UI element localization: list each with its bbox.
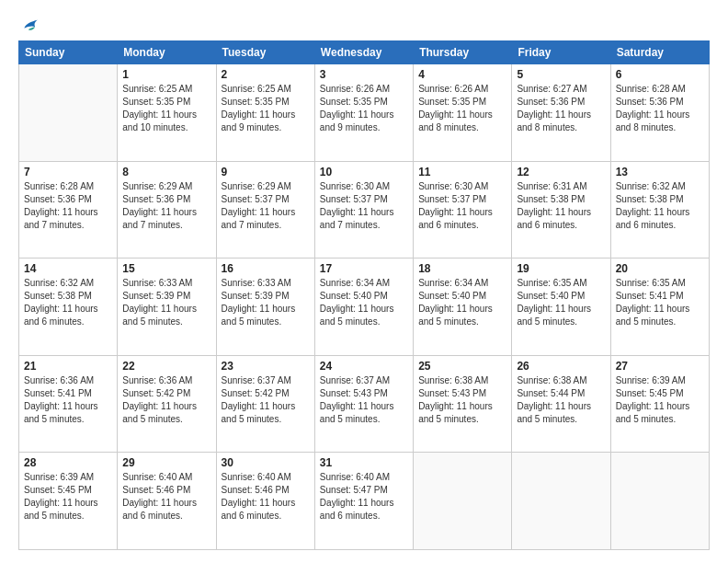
day-number: 28 xyxy=(24,456,112,469)
calendar-cell: 31Sunrise: 6:40 AM Sunset: 5:47 PM Dayli… xyxy=(314,453,413,550)
day-number: 21 xyxy=(24,360,112,373)
calendar-cell: 12Sunrise: 6:31 AM Sunset: 5:38 PM Dayli… xyxy=(512,161,610,259)
weekday-header-wednesday: Wednesday xyxy=(314,41,413,64)
day-number: 15 xyxy=(122,262,210,275)
calendar-cell: 26Sunrise: 6:38 AM Sunset: 5:44 PM Dayli… xyxy=(512,355,610,453)
day-info: Sunrise: 6:28 AM Sunset: 5:36 PM Dayligh… xyxy=(616,83,704,134)
calendar-cell: 3Sunrise: 6:26 AM Sunset: 5:35 PM Daylig… xyxy=(314,64,413,162)
calendar-cell xyxy=(19,64,118,162)
day-info: Sunrise: 6:40 AM Sunset: 5:46 PM Dayligh… xyxy=(122,471,210,523)
calendar-cell: 8Sunrise: 6:29 AM Sunset: 5:36 PM Daylig… xyxy=(118,161,216,259)
calendar-cell: 28Sunrise: 6:39 AM Sunset: 5:45 PM Dayli… xyxy=(19,453,118,550)
calendar-cell: 16Sunrise: 6:33 AM Sunset: 5:39 PM Dayli… xyxy=(216,259,314,356)
day-info: Sunrise: 6:32 AM Sunset: 5:38 PM Dayligh… xyxy=(24,277,112,328)
weekday-header-monday: Monday xyxy=(118,41,216,64)
day-info: Sunrise: 6:38 AM Sunset: 5:44 PM Dayligh… xyxy=(517,374,605,426)
day-info: Sunrise: 6:31 AM Sunset: 5:38 PM Dayligh… xyxy=(517,180,605,232)
day-number: 22 xyxy=(122,360,210,373)
day-number: 6 xyxy=(616,68,704,81)
day-info: Sunrise: 6:29 AM Sunset: 5:37 PM Dayligh… xyxy=(222,180,310,232)
day-number: 2 xyxy=(222,68,310,81)
day-info: Sunrise: 6:28 AM Sunset: 5:36 PM Dayligh… xyxy=(24,180,112,232)
day-number: 3 xyxy=(320,68,408,81)
day-number: 17 xyxy=(320,262,408,275)
calendar-cell: 6Sunrise: 6:28 AM Sunset: 5:36 PM Daylig… xyxy=(610,64,709,162)
day-info: Sunrise: 6:32 AM Sunset: 5:38 PM Dayligh… xyxy=(616,180,704,232)
calendar-cell: 18Sunrise: 6:34 AM Sunset: 5:40 PM Dayli… xyxy=(414,259,512,356)
logo xyxy=(18,18,40,35)
day-number: 7 xyxy=(24,166,112,178)
calendar-cell: 22Sunrise: 6:36 AM Sunset: 5:42 PM Dayli… xyxy=(118,355,216,453)
calendar-cell: 14Sunrise: 6:32 AM Sunset: 5:38 PM Dayli… xyxy=(19,259,118,356)
calendar-cell: 10Sunrise: 6:30 AM Sunset: 5:37 PM Dayli… xyxy=(314,161,413,259)
calendar-cell: 19Sunrise: 6:35 AM Sunset: 5:40 PM Dayli… xyxy=(512,259,610,356)
calendar-cell: 24Sunrise: 6:37 AM Sunset: 5:43 PM Dayli… xyxy=(314,355,413,453)
calendar-week-1: 7Sunrise: 6:28 AM Sunset: 5:36 PM Daylig… xyxy=(19,161,710,259)
day-number: 13 xyxy=(616,166,704,178)
day-number: 29 xyxy=(122,456,210,469)
day-number: 23 xyxy=(222,360,310,373)
day-info: Sunrise: 6:30 AM Sunset: 5:37 PM Dayligh… xyxy=(320,180,408,232)
calendar-cell: 20Sunrise: 6:35 AM Sunset: 5:41 PM Dayli… xyxy=(610,259,709,356)
day-info: Sunrise: 6:35 AM Sunset: 5:40 PM Dayligh… xyxy=(517,277,605,328)
calendar-week-3: 21Sunrise: 6:36 AM Sunset: 5:41 PM Dayli… xyxy=(19,355,710,453)
day-info: Sunrise: 6:33 AM Sunset: 5:39 PM Dayligh… xyxy=(222,277,310,328)
day-number: 16 xyxy=(222,262,310,275)
calendar-week-2: 14Sunrise: 6:32 AM Sunset: 5:38 PM Dayli… xyxy=(19,259,710,356)
day-number: 14 xyxy=(24,262,112,275)
day-info: Sunrise: 6:35 AM Sunset: 5:41 PM Dayligh… xyxy=(616,277,704,328)
day-number: 10 xyxy=(320,166,408,178)
day-info: Sunrise: 6:25 AM Sunset: 5:35 PM Dayligh… xyxy=(122,83,210,134)
day-number: 25 xyxy=(418,360,506,373)
page: SundayMondayTuesdayWednesdayThursdayFrid… xyxy=(0,0,728,563)
day-number: 27 xyxy=(616,360,704,373)
day-info: Sunrise: 6:34 AM Sunset: 5:40 PM Dayligh… xyxy=(418,277,506,328)
weekday-header-thursday: Thursday xyxy=(414,41,512,64)
calendar-cell: 23Sunrise: 6:37 AM Sunset: 5:42 PM Dayli… xyxy=(216,355,314,453)
day-info: Sunrise: 6:34 AM Sunset: 5:40 PM Dayligh… xyxy=(320,277,408,328)
day-info: Sunrise: 6:30 AM Sunset: 5:37 PM Dayligh… xyxy=(418,180,506,232)
weekday-header-row: SundayMondayTuesdayWednesdayThursdayFrid… xyxy=(19,41,710,64)
calendar-cell: 11Sunrise: 6:30 AM Sunset: 5:37 PM Dayli… xyxy=(414,161,512,259)
calendar-cell: 1Sunrise: 6:25 AM Sunset: 5:35 PM Daylig… xyxy=(118,64,216,162)
day-number: 24 xyxy=(320,360,408,373)
calendar-cell: 25Sunrise: 6:38 AM Sunset: 5:43 PM Dayli… xyxy=(414,355,512,453)
calendar-cell xyxy=(414,453,512,550)
calendar-cell xyxy=(512,453,610,550)
day-number: 12 xyxy=(517,166,605,178)
calendar-cell: 30Sunrise: 6:40 AM Sunset: 5:46 PM Dayli… xyxy=(216,453,314,550)
logo-bird-icon xyxy=(20,15,40,35)
day-info: Sunrise: 6:39 AM Sunset: 5:45 PM Dayligh… xyxy=(24,471,112,523)
calendar-week-4: 28Sunrise: 6:39 AM Sunset: 5:45 PM Dayli… xyxy=(19,453,710,550)
day-number: 4 xyxy=(418,68,506,81)
calendar-cell: 7Sunrise: 6:28 AM Sunset: 5:36 PM Daylig… xyxy=(19,161,118,259)
day-number: 8 xyxy=(122,166,210,178)
day-number: 20 xyxy=(616,262,704,275)
day-info: Sunrise: 6:36 AM Sunset: 5:42 PM Dayligh… xyxy=(122,374,210,426)
calendar-cell xyxy=(610,453,709,550)
calendar-cell: 13Sunrise: 6:32 AM Sunset: 5:38 PM Dayli… xyxy=(610,161,709,259)
day-info: Sunrise: 6:25 AM Sunset: 5:35 PM Dayligh… xyxy=(222,83,310,134)
day-info: Sunrise: 6:40 AM Sunset: 5:47 PM Dayligh… xyxy=(320,471,408,523)
calendar-cell: 17Sunrise: 6:34 AM Sunset: 5:40 PM Dayli… xyxy=(314,259,413,356)
day-number: 9 xyxy=(222,166,310,178)
day-number: 26 xyxy=(517,360,605,373)
day-info: Sunrise: 6:38 AM Sunset: 5:43 PM Dayligh… xyxy=(418,374,506,426)
day-number: 18 xyxy=(418,262,506,275)
day-info: Sunrise: 6:26 AM Sunset: 5:35 PM Dayligh… xyxy=(320,83,408,134)
weekday-header-friday: Friday xyxy=(512,41,610,64)
day-info: Sunrise: 6:39 AM Sunset: 5:45 PM Dayligh… xyxy=(616,374,704,426)
day-info: Sunrise: 6:26 AM Sunset: 5:35 PM Dayligh… xyxy=(418,83,506,134)
calendar-cell: 27Sunrise: 6:39 AM Sunset: 5:45 PM Dayli… xyxy=(610,355,709,453)
day-info: Sunrise: 6:36 AM Sunset: 5:41 PM Dayligh… xyxy=(24,374,112,426)
calendar-cell: 9Sunrise: 6:29 AM Sunset: 5:37 PM Daylig… xyxy=(216,161,314,259)
day-info: Sunrise: 6:37 AM Sunset: 5:43 PM Dayligh… xyxy=(320,374,408,426)
day-number: 19 xyxy=(517,262,605,275)
calendar-cell: 4Sunrise: 6:26 AM Sunset: 5:35 PM Daylig… xyxy=(414,64,512,162)
calendar-week-0: 1Sunrise: 6:25 AM Sunset: 5:35 PM Daylig… xyxy=(19,64,710,162)
calendar-cell: 21Sunrise: 6:36 AM Sunset: 5:41 PM Dayli… xyxy=(19,355,118,453)
day-info: Sunrise: 6:33 AM Sunset: 5:39 PM Dayligh… xyxy=(122,277,210,328)
day-number: 5 xyxy=(517,68,605,81)
day-number: 30 xyxy=(222,456,310,469)
calendar-table: SundayMondayTuesdayWednesdayThursdayFrid… xyxy=(18,40,710,550)
